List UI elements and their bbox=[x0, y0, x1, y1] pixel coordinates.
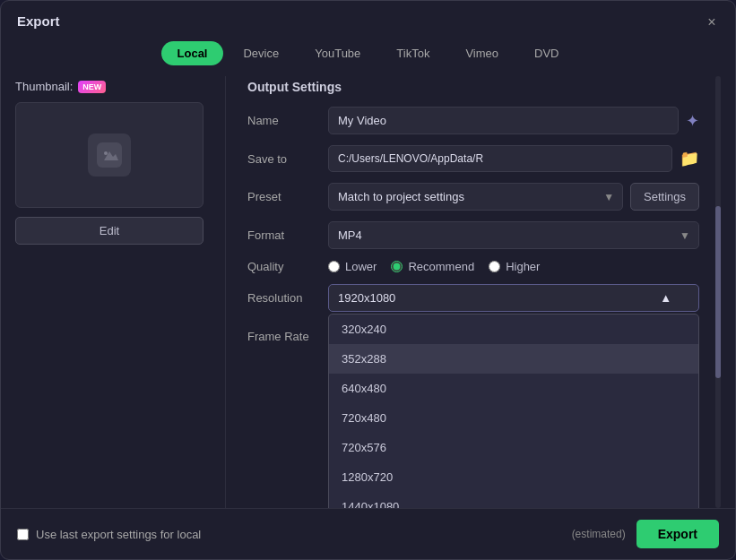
resolution-control: 1920x1080 ▲ 320x240 352x288 640x480 720x… bbox=[328, 284, 699, 312]
footer: Use last export settings for local (esti… bbox=[1, 508, 735, 559]
quality-higher-radio[interactable] bbox=[489, 261, 500, 272]
quality-recommend-option[interactable]: Recommend bbox=[391, 260, 474, 273]
save-to-control: 📁 bbox=[328, 145, 699, 172]
left-panel: Thumbnail: NEW Edit bbox=[15, 76, 203, 508]
close-button[interactable]: × bbox=[703, 13, 721, 31]
resolution-option-320x240[interactable]: 320x240 bbox=[329, 314, 698, 344]
name-row: Name ✦ bbox=[247, 107, 699, 134]
ai-icon[interactable]: ✦ bbox=[686, 111, 699, 131]
footer-right: (estimated) Export bbox=[572, 520, 719, 548]
quality-recommend-label: Recommend bbox=[408, 260, 474, 273]
export-dialog: Export × Local Device YouTube TikTok Vim… bbox=[0, 0, 736, 560]
thumbnail-preview bbox=[15, 102, 203, 208]
export-button[interactable]: Export bbox=[636, 520, 719, 548]
dialog-title: Export bbox=[17, 13, 60, 29]
use-last-export-option[interactable]: Use last export settings for local bbox=[17, 528, 201, 541]
quality-lower-radio[interactable] bbox=[328, 261, 340, 272]
tab-local[interactable]: Local bbox=[161, 41, 224, 65]
quality-lower-option[interactable]: Lower bbox=[328, 260, 377, 273]
tab-youtube[interactable]: YouTube bbox=[299, 41, 377, 65]
scrollbar-track[interactable] bbox=[714, 76, 721, 508]
resolution-row: Resolution 1920x1080 ▲ 320x240 352x288 6… bbox=[247, 284, 699, 312]
estimated-label: (estimated) bbox=[572, 528, 626, 540]
quality-label: Quality bbox=[247, 260, 328, 273]
resolution-select-button[interactable]: 1920x1080 ▲ bbox=[328, 284, 699, 312]
quality-lower-label: Lower bbox=[345, 260, 377, 273]
resolution-option-640x480[interactable]: 640x480 bbox=[329, 374, 698, 403]
format-row: Format MP4 ▼ bbox=[247, 221, 699, 249]
main-content: Thumbnail: NEW Edit Output Settings bbox=[1, 76, 735, 508]
edit-button[interactable]: Edit bbox=[15, 217, 203, 245]
resolution-current-value: 1920x1080 bbox=[338, 291, 395, 305]
quality-control: Lower Recommend Higher bbox=[328, 260, 699, 273]
output-settings-title: Output Settings bbox=[247, 80, 699, 94]
resolution-option-720x576[interactable]: 720x576 bbox=[329, 433, 698, 462]
preset-label: Preset bbox=[247, 190, 328, 203]
format-select[interactable]: MP4 bbox=[328, 221, 699, 249]
name-label: Name bbox=[247, 114, 328, 127]
thumbnail-icon bbox=[88, 134, 131, 177]
new-badge: NEW bbox=[78, 81, 106, 93]
resolution-label: Resolution bbox=[247, 291, 328, 305]
tab-vimeo[interactable]: Vimeo bbox=[449, 41, 515, 65]
tabs-bar: Local Device YouTube TikTok Vimeo DVD bbox=[1, 38, 735, 76]
right-panel: Output Settings Name ✦ Save to 📁 Prese bbox=[247, 76, 699, 508]
scrollbar-thumb[interactable] bbox=[715, 206, 721, 379]
save-to-label: Save to bbox=[247, 152, 328, 166]
resolution-dropdown: 320x240 352x288 640x480 720x480 720x576 … bbox=[328, 314, 699, 508]
resolution-option-1280x720[interactable]: 1280x720 bbox=[329, 462, 698, 492]
name-input[interactable] bbox=[328, 107, 679, 134]
settings-button[interactable]: Settings bbox=[630, 183, 699, 211]
folder-icon[interactable]: 📁 bbox=[680, 149, 699, 168]
save-to-input[interactable] bbox=[328, 145, 672, 172]
preset-row: Preset Match to project settings ▼ Setti… bbox=[247, 183, 699, 211]
resolution-option-1440x1080[interactable]: 1440x1080 bbox=[329, 492, 698, 508]
quality-row: Quality Lower Recommend Higher bbox=[247, 260, 699, 273]
format-control: MP4 ▼ bbox=[328, 221, 699, 249]
use-last-export-checkbox[interactable] bbox=[17, 529, 29, 540]
title-bar: Export × bbox=[1, 1, 735, 38]
quality-recommend-radio[interactable] bbox=[391, 261, 403, 272]
preset-select-wrapper: Match to project settings ▼ bbox=[328, 183, 623, 211]
panel-divider bbox=[225, 76, 226, 508]
quality-higher-option[interactable]: Higher bbox=[489, 260, 540, 273]
resolution-option-352x288[interactable]: 352x288 bbox=[329, 344, 698, 374]
frame-rate-label: Frame Rate bbox=[247, 330, 328, 343]
use-last-export-label: Use last export settings for local bbox=[36, 528, 201, 541]
resolution-option-720x480[interactable]: 720x480 bbox=[329, 403, 698, 433]
tab-dvd[interactable]: DVD bbox=[518, 41, 575, 65]
format-label: Format bbox=[247, 228, 328, 242]
preset-select[interactable]: Match to project settings bbox=[328, 183, 623, 211]
save-to-row: Save to 📁 bbox=[247, 145, 699, 172]
thumbnail-label: Thumbnail: NEW bbox=[15, 80, 203, 93]
svg-point-1 bbox=[104, 151, 108, 155]
resolution-chevron-up-icon: ▲ bbox=[660, 291, 671, 305]
tab-tiktok[interactable]: TikTok bbox=[380, 41, 446, 65]
quality-higher-label: Higher bbox=[506, 260, 540, 273]
preset-control: Match to project settings ▼ Settings bbox=[328, 183, 699, 211]
tab-device[interactable]: Device bbox=[227, 41, 295, 65]
thumbnail-text: Thumbnail: bbox=[15, 80, 73, 93]
name-control: ✦ bbox=[328, 107, 699, 134]
